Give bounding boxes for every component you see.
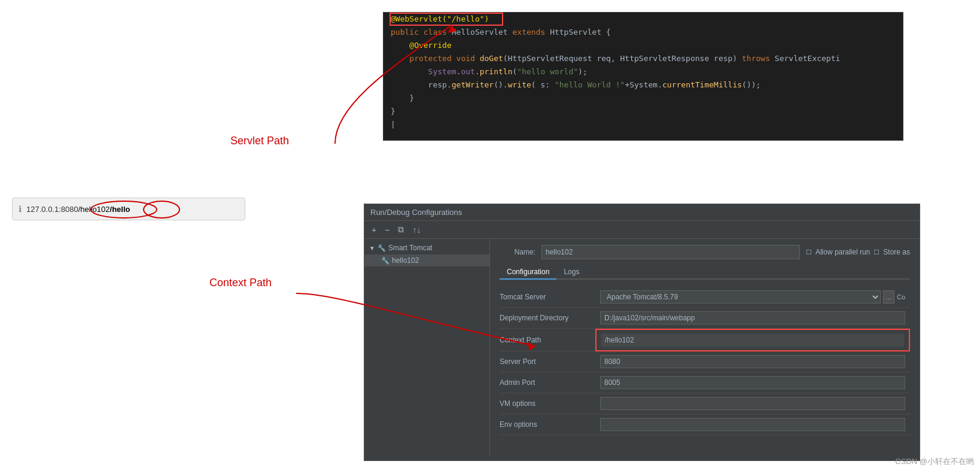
code-brace1: }	[391, 93, 414, 102]
code-line-5: System.out.println("hello world");	[384, 65, 903, 78]
config-toolbar: + − ⧉ ↑↓	[364, 221, 920, 239]
tomcat-server-select[interactable]: Apache Tomcat/8.5.79	[600, 290, 881, 304]
smart-tomcat-icon: 🔧	[378, 244, 386, 252]
url-base: 127.0.0.1:8080	[26, 205, 78, 214]
move-config-button[interactable]: ↑↓	[410, 224, 423, 236]
code-println: println	[480, 67, 513, 76]
server-port-input[interactable]	[600, 355, 905, 368]
code-resp: resp.	[391, 80, 452, 89]
code-params: (HttpServletRequest req, HttpServletResp…	[503, 54, 742, 63]
tree-item-hello102[interactable]: 🔧 hello102	[364, 254, 489, 266]
code-paren2: );	[578, 67, 588, 76]
chevron-down-icon: ▼	[369, 245, 375, 251]
servlet-path-label: Servlet Path	[230, 135, 289, 147]
env-options-label: Env options	[500, 414, 595, 435]
tab-configuration[interactable]: Configuration	[500, 265, 556, 280]
tomcat-server-label: Tomcat Server	[500, 287, 595, 308]
watermark: CSDN @小轩在不在哟	[895, 456, 974, 467]
store-as-label: Store as	[883, 248, 910, 256]
server-port-label: Server Port	[500, 351, 595, 372]
code-line-7: }	[384, 92, 903, 105]
env-options-input[interactable]	[600, 418, 905, 431]
code-getwriter: getWriter	[452, 80, 494, 89]
code-out: out	[461, 67, 474, 76]
tab-logs[interactable]: Logs	[556, 265, 586, 278]
admin-port-value	[595, 372, 910, 393]
annotation-highlight-box	[389, 13, 503, 26]
deployment-dir-input[interactable]	[600, 311, 905, 325]
tree-item-label: hello102	[392, 256, 419, 265]
code-throws: throws	[742, 54, 775, 63]
settings-grid: Tomcat Server Apache Tomcat/8.5.79 ... C…	[500, 287, 910, 435]
tree-group-smart-tomcat[interactable]: ▼ 🔧 Smart Tomcat	[364, 241, 489, 254]
code-line-2: public class HelloServlet extends HttpSe…	[384, 26, 903, 39]
code-brace2: }	[391, 107, 395, 116]
tree-group-label: Smart Tomcat	[388, 244, 433, 252]
context-path-label: Context Path	[209, 277, 272, 289]
code-line-3: @Override	[384, 39, 903, 52]
browser-address-bar: ℹ 127.0.0.1:8080/hello102/hello	[12, 198, 245, 220]
info-icon: ℹ	[19, 204, 22, 214]
name-field-label: Name:	[500, 248, 535, 256]
code-write: write	[508, 80, 531, 89]
parallel-options: ☐ Allow parallel run ☐ Store as	[806, 248, 910, 256]
env-options-value	[595, 414, 910, 435]
store-as-checkbox[interactable]: ☐	[874, 248, 879, 256]
code-exception: ServletExcepti	[775, 54, 841, 63]
config-body: ▼ 🔧 Smart Tomcat 🔧 hello102 Name: ☐ Allo…	[364, 239, 920, 457]
browser-url-text: 127.0.0.1:8080/hello102/hello	[26, 205, 130, 214]
config-title-bar: Run/Debug Configurations	[364, 204, 920, 221]
url-servlet-path: /hello	[110, 205, 130, 214]
code-doget: doGet	[480, 54, 503, 63]
code-invoke: ().	[494, 80, 507, 89]
code-system: System	[391, 67, 456, 76]
code-cursor: |	[391, 120, 395, 129]
allow-parallel-checkbox[interactable]: ☐	[806, 248, 812, 256]
code-keyword-extends: extends	[513, 28, 550, 37]
remove-config-button[interactable]: −	[382, 224, 392, 236]
tomcat-server-value: Apache Tomcat/8.5.79 ... Co	[595, 287, 910, 308]
context-path-label-field: Context Path	[500, 329, 595, 351]
tomcat-server-select-row: Apache Tomcat/8.5.79 ... Co	[600, 290, 905, 304]
add-config-button[interactable]: +	[369, 224, 379, 236]
admin-port-label: Admin Port	[500, 372, 595, 393]
tomcat-browse-button[interactable]: ...	[883, 290, 894, 304]
vm-options-label: VM options	[500, 393, 595, 414]
context-path-value	[595, 329, 910, 351]
server-port-value	[595, 351, 910, 372]
run-debug-config-panel: Run/Debug Configurations + − ⧉ ↑↓ ▼ 🔧 Sm…	[364, 204, 920, 461]
context-path-input[interactable]	[601, 333, 904, 347]
code-args: ( s:	[531, 80, 555, 89]
code-line-6: resp.getWriter().write( s: "hello World …	[384, 78, 903, 92]
tree-item-icon: 🔧	[381, 257, 389, 265]
code-line-9: |	[384, 118, 903, 131]
code-string2: "hello World !"	[555, 80, 625, 89]
code-protected: protected	[391, 54, 456, 63]
name-input-field[interactable]	[541, 245, 800, 259]
code-line-8: }	[384, 105, 903, 118]
name-row: Name: ☐ Allow parallel run ☐ Store as	[500, 245, 910, 259]
code-concat: +System.	[625, 80, 662, 89]
code-keyword-public: public	[391, 28, 424, 37]
code-dot2: .	[475, 67, 480, 76]
copy-config-button[interactable]: ⧉	[395, 223, 406, 236]
code-string1: "hello world"	[517, 67, 578, 76]
vm-options-input[interactable]	[600, 397, 905, 410]
config-title: Run/Debug Configurations	[370, 208, 462, 217]
config-tabs: Configuration Logs	[500, 265, 910, 280]
deployment-dir-label: Deployment Directory	[500, 308, 595, 329]
code-ctm: currentTimeMillis	[662, 80, 742, 89]
admin-port-input[interactable]	[600, 376, 905, 389]
code-editor-panel: @WebServlet("/hello") public class Hello…	[383, 12, 903, 141]
code-parent-class: HttpServlet	[550, 28, 606, 37]
code-void: void	[456, 54, 480, 63]
code-keyword-class: class	[424, 28, 452, 37]
code-class-name: HelloServlet	[452, 28, 513, 37]
allow-parallel-label: Allow parallel run	[815, 248, 870, 256]
config-settings: Name: ☐ Allow parallel run ☐ Store as Co…	[490, 239, 920, 457]
deployment-dir-value	[595, 308, 910, 329]
config-tree: ▼ 🔧 Smart Tomcat 🔧 hello102	[364, 239, 490, 457]
config-link[interactable]: Co	[897, 293, 905, 301]
code-override: @Override	[391, 41, 452, 50]
code-line-1: @WebServlet("/hello")	[384, 13, 903, 26]
